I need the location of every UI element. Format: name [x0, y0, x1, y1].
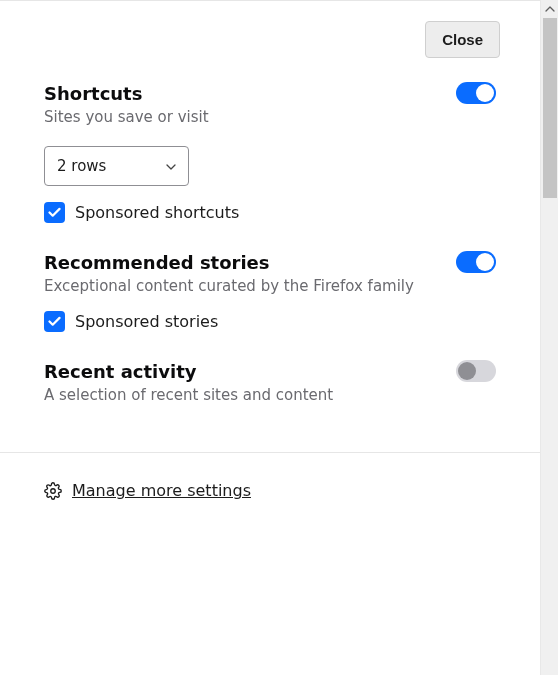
toggle-knob — [476, 253, 494, 271]
sponsored-stories-row: Sponsored stories — [44, 311, 496, 332]
toggle-knob — [476, 84, 494, 102]
manage-more-settings-link[interactable]: Manage more settings — [72, 481, 251, 500]
sponsored-stories-label: Sponsored stories — [75, 312, 218, 331]
close-button[interactable]: Close — [425, 21, 500, 58]
recent-description: A selection of recent sites and content — [44, 386, 496, 404]
section-recent: Recent activity A selection of recent si… — [44, 360, 496, 432]
recommended-toggle[interactable] — [456, 251, 496, 273]
sponsored-shortcuts-checkbox[interactable] — [44, 202, 65, 223]
content-column: Close Shortcuts Sites you save or visit … — [0, 0, 540, 675]
close-row: Close — [0, 1, 540, 58]
chevron-down-icon — [166, 160, 176, 173]
scrollbar[interactable] — [540, 0, 558, 675]
recommended-title: Recommended stories — [44, 252, 270, 273]
recent-toggle[interactable] — [456, 360, 496, 382]
toggle-knob — [458, 362, 476, 380]
sponsored-shortcuts-label: Sponsored shortcuts — [75, 203, 239, 222]
shortcuts-rows-select[interactable]: 2 rows — [44, 146, 189, 186]
checkmark-icon — [48, 316, 61, 327]
svg-point-0 — [51, 488, 56, 493]
section-recommended: Recommended stories Exceptional content … — [44, 251, 496, 360]
scrollbar-thumb[interactable] — [543, 18, 557, 198]
section-shortcuts: Shortcuts Sites you save or visit 2 rows — [44, 82, 496, 251]
section-header: Recent activity — [44, 360, 496, 382]
recommended-description: Exceptional content curated by the Firef… — [44, 277, 496, 295]
checkmark-icon — [48, 207, 61, 218]
manage-settings-row: Manage more settings — [0, 453, 540, 500]
rows-select-value: 2 rows — [57, 157, 106, 175]
shortcuts-description: Sites you save or visit — [44, 108, 496, 126]
gear-icon — [44, 482, 62, 500]
shortcuts-toggle[interactable] — [456, 82, 496, 104]
sections-container: Shortcuts Sites you save or visit 2 rows — [0, 58, 540, 432]
scroll-up-arrow-icon[interactable] — [541, 0, 558, 18]
section-header: Recommended stories — [44, 251, 496, 273]
sponsored-shortcuts-row: Sponsored shortcuts — [44, 202, 496, 223]
sponsored-stories-checkbox[interactable] — [44, 311, 65, 332]
settings-panel: Close Shortcuts Sites you save or visit … — [0, 0, 558, 675]
recent-title: Recent activity — [44, 361, 196, 382]
shortcuts-title: Shortcuts — [44, 83, 142, 104]
section-header: Shortcuts — [44, 82, 496, 104]
